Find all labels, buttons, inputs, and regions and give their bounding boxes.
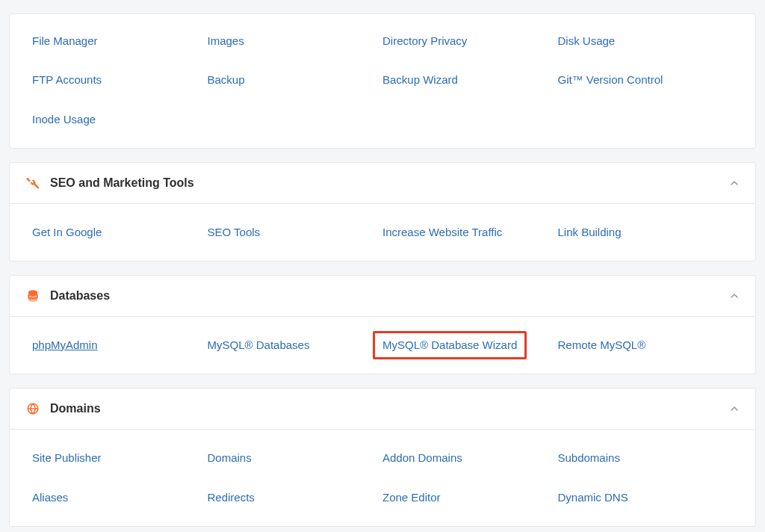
link-images[interactable]: Images xyxy=(208,34,244,49)
item-cell: phpMyAdmin xyxy=(32,330,208,369)
globe-icon xyxy=(25,400,41,417)
tools-icon xyxy=(25,175,41,191)
link-addon-domains[interactable]: Addon Domains xyxy=(382,451,462,466)
link-phpmyadmin[interactable]: phpMyAdmin xyxy=(32,338,98,353)
items-grid: File ManagerImagesDirectory PrivacyDisk … xyxy=(32,26,733,143)
item-cell: Addon Domains xyxy=(382,443,558,482)
item-cell: Get In Google xyxy=(32,217,208,256)
items-grid: Get In GoogleSEO ToolsIncrease Website T… xyxy=(32,217,733,256)
chevron-up-icon xyxy=(728,290,740,302)
item-cell: SEO Tools xyxy=(208,217,383,256)
item-cell: Backup Wizard xyxy=(382,65,558,104)
link-seo-tools[interactable]: SEO Tools xyxy=(208,225,261,240)
link-mysql-database-wizard[interactable]: MySQL® Database Wizard xyxy=(373,331,527,359)
item-cell: Remote MySQL® xyxy=(558,330,734,369)
item-cell: Link Building xyxy=(558,217,734,256)
link-link-building[interactable]: Link Building xyxy=(558,225,622,240)
item-cell: Git™ Version Control xyxy=(558,65,734,104)
item-cell: FTP Accounts xyxy=(32,65,208,104)
link-dynamic-dns[interactable]: Dynamic DNS xyxy=(558,490,628,505)
panel-databases: DatabasesphpMyAdminMySQL® DatabasesMySQL… xyxy=(9,275,756,374)
link-domains-link[interactable]: Domains xyxy=(208,451,252,466)
item-cell: Zone Editor xyxy=(382,483,558,522)
panel-title: Domains xyxy=(50,402,728,415)
item-cell: Redirects xyxy=(208,483,383,522)
link-subdomains[interactable]: Subdomains xyxy=(558,451,620,466)
link-disk-usage[interactable]: Disk Usage xyxy=(558,34,616,49)
panel-files: File ManagerImagesDirectory PrivacyDisk … xyxy=(9,13,756,149)
item-cell: Directory Privacy xyxy=(382,26,558,65)
link-git-version-control[interactable]: Git™ Version Control xyxy=(558,72,663,87)
link-backup[interactable]: Backup xyxy=(208,72,245,87)
panel-body: Get In GoogleSEO ToolsIncrease Website T… xyxy=(10,203,755,261)
panel-header-domains[interactable]: Domains xyxy=(10,389,755,429)
panel-body: Site PublisherDomainsAddon DomainsSubdom… xyxy=(10,429,755,526)
link-redirects[interactable]: Redirects xyxy=(208,490,255,505)
panel-title: Databases xyxy=(50,289,728,303)
items-grid: Site PublisherDomainsAddon DomainsSubdom… xyxy=(32,443,733,522)
item-cell: Increase Website Traffic xyxy=(382,217,558,256)
link-ftp-accounts[interactable]: FTP Accounts xyxy=(32,72,102,87)
chevron-up-icon xyxy=(728,177,740,189)
link-site-publisher[interactable]: Site Publisher xyxy=(32,451,102,466)
item-cell: MySQL® Database Wizard xyxy=(382,330,558,369)
link-backup-wizard[interactable]: Backup Wizard xyxy=(382,72,458,87)
item-cell: Subdomains xyxy=(558,443,734,482)
item-cell: MySQL® Databases xyxy=(208,330,383,369)
item-cell: Dynamic DNS xyxy=(558,483,734,522)
panel-header-seo[interactable]: SEO and Marketing Tools xyxy=(10,163,755,203)
item-cell: Inode Usage xyxy=(32,105,208,143)
svg-point-1 xyxy=(28,291,37,294)
link-remote-mysql[interactable]: Remote MySQL® xyxy=(558,338,646,353)
item-cell: Domains xyxy=(208,443,383,482)
link-get-in-google[interactable]: Get In Google xyxy=(32,225,102,240)
panel-body: phpMyAdminMySQL® DatabasesMySQL® Databas… xyxy=(10,316,755,374)
chevron-up-icon xyxy=(728,403,740,415)
link-mysql-databases[interactable]: MySQL® Databases xyxy=(208,338,310,353)
panel-body: File ManagerImagesDirectory PrivacyDisk … xyxy=(10,14,755,148)
link-file-manager[interactable]: File Manager xyxy=(32,34,98,49)
link-aliases[interactable]: Aliases xyxy=(32,490,68,505)
link-directory-privacy[interactable]: Directory Privacy xyxy=(382,34,467,49)
items-grid: phpMyAdminMySQL® DatabasesMySQL® Databas… xyxy=(32,330,733,369)
item-cell: File Manager xyxy=(32,26,208,65)
panel-title: SEO and Marketing Tools xyxy=(50,176,728,190)
panel-seo: SEO and Marketing ToolsGet In GoogleSEO … xyxy=(9,162,756,262)
database-icon xyxy=(25,288,41,304)
panel-header-databases[interactable]: Databases xyxy=(10,276,755,316)
item-cell: Aliases xyxy=(32,483,208,522)
link-inode-usage[interactable]: Inode Usage xyxy=(32,112,96,127)
link-zone-editor[interactable]: Zone Editor xyxy=(382,490,441,505)
item-cell: Backup xyxy=(208,65,383,104)
item-cell: Site Publisher xyxy=(32,443,208,482)
panel-domains: DomainsSite PublisherDomainsAddon Domain… xyxy=(9,388,756,527)
item-cell: Disk Usage xyxy=(558,26,734,65)
link-increase-website-traffic[interactable]: Increase Website Traffic xyxy=(382,225,502,240)
item-cell: Images xyxy=(208,26,383,65)
